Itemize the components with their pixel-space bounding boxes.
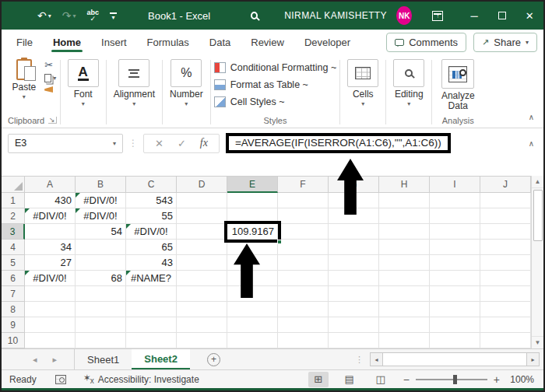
cell-I6[interactable]: [430, 271, 480, 286]
row-header-3[interactable]: 3: [2, 224, 25, 240]
cell-H2[interactable]: [379, 208, 430, 224]
cell-I1[interactable]: [430, 193, 480, 208]
share-button[interactable]: ↗Share▾: [473, 33, 537, 52]
cell-I4[interactable]: [430, 240, 480, 255]
cell-E10[interactable]: [227, 333, 278, 348]
cell-B8[interactable]: [76, 302, 126, 317]
cell-C8[interactable]: [126, 302, 177, 317]
cell-A6[interactable]: #DIV/0!: [25, 271, 76, 286]
cancel-icon[interactable]: ✕: [155, 138, 164, 149]
column-header-A[interactable]: A: [25, 176, 76, 193]
cell-D8[interactable]: [177, 302, 227, 317]
font-menu-button[interactable]: A Font ▾: [64, 58, 103, 128]
analyze-data-button[interactable]: Analyze Data: [435, 58, 480, 113]
name-box[interactable]: E3▾: [8, 134, 123, 153]
cell-C4[interactable]: 65: [126, 240, 177, 255]
cell-A9[interactable]: [25, 317, 76, 333]
cell-A5[interactable]: 27: [25, 255, 76, 271]
cell-styles-button[interactable]: Cell Styles ~: [214, 94, 337, 110]
select-all-button[interactable]: [2, 176, 25, 193]
cell-E2[interactable]: [227, 208, 278, 224]
cell-E8[interactable]: [227, 302, 278, 317]
cell-H8[interactable]: [379, 302, 430, 317]
cell-H1[interactable]: [379, 193, 430, 208]
tab-developer[interactable]: Developer: [294, 31, 360, 53]
sheet-tab-sheet1[interactable]: Sheet1: [75, 349, 132, 369]
chevron-down-icon[interactable]: ▾: [48, 12, 51, 19]
row-header-7[interactable]: 7: [2, 286, 25, 302]
cell-C3[interactable]: #DIV/0!: [126, 224, 177, 240]
row-header-6[interactable]: 6: [2, 271, 25, 286]
zoom-level[interactable]: 100%: [506, 374, 534, 385]
cell-B6[interactable]: 68: [76, 271, 126, 286]
fill-handle[interactable]: [277, 240, 282, 244]
spellcheck-button[interactable]: abc✓: [87, 9, 100, 22]
cell-I7[interactable]: [430, 286, 480, 302]
cell-F9[interactable]: [278, 317, 329, 333]
cell-G9[interactable]: [329, 317, 379, 333]
cell-E4[interactable]: [227, 240, 278, 255]
row-header-8[interactable]: 8: [2, 302, 25, 317]
cell-F7[interactable]: [278, 286, 329, 302]
formula-input[interactable]: =AVERAGE(IF(ISERROR(A1:C6),"",A1:C6)): [226, 133, 451, 153]
cell-B4[interactable]: [76, 240, 126, 255]
maximize-button[interactable]: [488, 10, 516, 22]
cell-J7[interactable]: [480, 286, 531, 302]
cell-D3[interactable]: [177, 224, 227, 240]
cell-H5[interactable]: [379, 255, 430, 271]
cell-F10[interactable]: [278, 333, 329, 348]
drag-handle-icon[interactable]: ⋮: [128, 138, 138, 149]
cell-H7[interactable]: [379, 286, 430, 302]
cell-H9[interactable]: [379, 317, 430, 333]
cell-A7[interactable]: [25, 286, 76, 302]
tab-formulas[interactable]: Formulas: [137, 31, 199, 53]
cell-A8[interactable]: [25, 302, 76, 317]
cell-J5[interactable]: [480, 255, 531, 271]
row-header-1[interactable]: 1: [2, 193, 25, 208]
macro-record-icon[interactable]: [55, 375, 66, 384]
expand-formula-bar-icon[interactable]: ∧: [529, 139, 537, 148]
vertical-scrollbar[interactable]: ▲ ▼: [531, 176, 543, 348]
row-header-2[interactable]: 2: [2, 208, 25, 224]
cell-B2[interactable]: #DIV/0!: [76, 208, 126, 224]
cell-D2[interactable]: [177, 208, 227, 224]
dialog-launcher-icon[interactable]: ↘: [48, 117, 57, 124]
cell-C9[interactable]: [126, 317, 177, 333]
cell-J3[interactable]: [480, 224, 531, 240]
cell-I8[interactable]: [430, 302, 480, 317]
cell-J2[interactable]: [480, 208, 531, 224]
cell-I9[interactable]: [430, 317, 480, 333]
conditional-formatting-button[interactable]: Conditional Formatting ~: [214, 60, 337, 75]
cell-A1[interactable]: 430: [25, 193, 76, 208]
cell-D6[interactable]: [177, 271, 227, 286]
cell-B10[interactable]: [76, 333, 126, 348]
column-header-J[interactable]: J: [480, 176, 531, 193]
cell-G5[interactable]: [329, 255, 379, 271]
redo-button[interactable]: ↷▾: [62, 9, 76, 22]
cell-C2[interactable]: 55: [126, 208, 177, 224]
cell-B9[interactable]: [76, 317, 126, 333]
ribbon-display-options-button[interactable]: ↑: [432, 11, 443, 21]
format-as-table-button[interactable]: Format as Table ~: [214, 77, 337, 93]
scroll-right-icon[interactable]: ▸: [526, 352, 540, 366]
customize-qat-button[interactable]: ▾: [110, 12, 117, 19]
cut-button[interactable]: ✂: [44, 61, 56, 70]
close-button[interactable]: ✕: [515, 10, 543, 22]
column-header-E[interactable]: E: [227, 176, 278, 193]
account-name[interactable]: NIRMAL KAMISHETTY: [284, 10, 387, 21]
cell-D5[interactable]: [177, 255, 227, 271]
column-header-F[interactable]: F: [278, 176, 329, 193]
cell-F5[interactable]: [278, 255, 329, 271]
column-header-D[interactable]: D: [177, 176, 227, 193]
cell-B5[interactable]: [76, 255, 126, 271]
copy-button[interactable]: ▾: [44, 73, 56, 83]
zoom-out-button[interactable]: −: [403, 373, 410, 386]
cell-G4[interactable]: [329, 240, 379, 255]
cell-G10[interactable]: [329, 333, 379, 348]
tab-insert[interactable]: Insert: [91, 31, 137, 53]
paste-button[interactable]: Paste ▾: [8, 58, 40, 113]
cell-C6[interactable]: #NAME?: [126, 271, 177, 286]
cell-C5[interactable]: 43: [126, 255, 177, 271]
cell-D9[interactable]: [177, 317, 227, 333]
cell-H6[interactable]: [379, 271, 430, 286]
